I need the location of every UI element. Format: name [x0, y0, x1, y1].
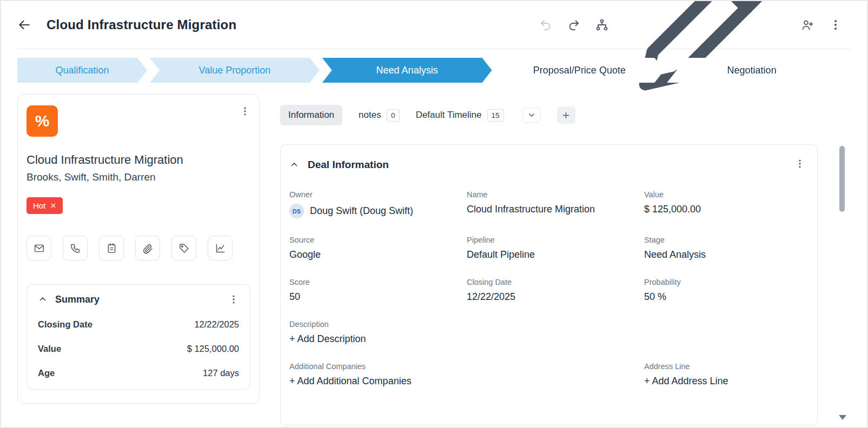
more-tabs-button[interactable]: [522, 108, 541, 123]
field-value[interactable]: 50 %: [644, 291, 809, 303]
summary-value: 127 days: [203, 368, 239, 378]
field-probability: Probability 50 %: [644, 278, 809, 303]
summary-title: Summary: [55, 294, 221, 305]
field-label: Closing Date: [467, 278, 631, 286]
chart-icon: [215, 243, 226, 254]
deal-contacts[interactable]: Brooks, Swift, Smith, Darren: [26, 171, 250, 183]
remove-tag-icon[interactable]: [50, 203, 56, 209]
summary-row: Closing Date 12/22/2025: [38, 319, 239, 330]
collapse-deal-information-icon[interactable]: [289, 160, 299, 170]
field-label: Pipeline: [467, 236, 631, 244]
field-label: Address Line: [644, 362, 809, 371]
stage-value-proportion[interactable]: Value Proportion: [150, 58, 320, 83]
field-label: Name: [467, 190, 631, 199]
chevron-down-icon: [527, 111, 536, 119]
field-owner: Owner DS Doug Swift (Doug Swift): [289, 190, 454, 218]
field-value[interactable]: Default Pipeline: [467, 249, 631, 260]
undo-icon[interactable]: [539, 18, 552, 31]
deal-name: Cloud Infrastructure Migration: [26, 153, 250, 167]
owner-avatar: DS: [289, 204, 304, 218]
deal-card-more-icon[interactable]: [240, 105, 250, 117]
field-value[interactable]: $ 125,000.00: [644, 204, 809, 215]
field-label: Score: [289, 278, 454, 286]
field-label: Owner: [289, 190, 454, 199]
hot-tag[interactable]: Hot: [26, 197, 63, 214]
add-address-line-link[interactable]: + Add Address Line: [644, 376, 809, 387]
notes-icon: [106, 243, 117, 254]
add-tab-button[interactable]: [557, 106, 575, 124]
field-pipeline: Pipeline Default Pipeline: [467, 236, 631, 260]
scroll-down-arrow-icon[interactable]: [839, 415, 846, 420]
back-icon[interactable]: [17, 18, 31, 32]
stage-qualification[interactable]: Qualification: [17, 58, 147, 83]
attachment-button[interactable]: [135, 236, 160, 260]
tag-button[interactable]: [171, 236, 196, 260]
tabs-row: Information notes 0 Default Timeline 15: [271, 94, 834, 125]
field-value[interactable]: 12/22/2025: [467, 291, 631, 303]
edit-icon[interactable]: [624, 0, 786, 106]
field-additional-companies: Additional Companies + Add Additional Co…: [289, 362, 454, 387]
notes-count-badge: 0: [387, 109, 400, 122]
stage-label: Qualification: [55, 65, 109, 76]
stage-negotiation[interactable]: Negotiation: [667, 58, 837, 83]
summary-label: Closing Date: [38, 319, 92, 330]
tab-timeline-label: Default Timeline: [416, 110, 482, 121]
stage-label: Negotiation: [727, 65, 777, 76]
redo-icon[interactable]: [567, 18, 580, 31]
hierarchy-icon[interactable]: [595, 18, 608, 31]
summary-section: Summary Closing Date 12/22/2025 Value $ …: [26, 284, 250, 390]
deal-summary-card: % Cloud Infrastructure Migration Brooks,…: [17, 94, 260, 404]
deal-type-icon: %: [26, 105, 58, 137]
notes-button[interactable]: [99, 236, 124, 260]
summary-value: 12/22/2025: [194, 319, 239, 330]
collapse-summary-icon[interactable]: [38, 295, 48, 304]
summary-row: Value $ 125,000.00: [38, 344, 239, 354]
field-value-amount: Value $ 125,000.00: [644, 190, 809, 218]
detail-panel: Information notes 0 Default Timeline 15: [271, 94, 834, 428]
more-options-icon[interactable]: [829, 18, 842, 31]
field-value[interactable]: Need Analysis: [644, 249, 809, 260]
email-icon: [34, 243, 45, 254]
field-value[interactable]: Doug Swift (Doug Swift): [310, 205, 413, 217]
summary-more-icon[interactable]: [228, 293, 239, 305]
field-score: Score 50: [289, 278, 454, 303]
deal-actions: [26, 236, 250, 260]
summary-value: $ 125,000.00: [187, 344, 239, 354]
field-address-line: Address Line + Add Address Line: [644, 362, 809, 387]
add-description-link[interactable]: + Add Description: [289, 333, 454, 345]
field-value[interactable]: 50: [289, 291, 454, 303]
field-name: Name Cloud Infrastructure Migration: [467, 190, 631, 218]
field-label: Value: [644, 190, 809, 199]
pipeline-stages: Qualification Value Proportion Need Anal…: [17, 58, 837, 83]
deal-information-section: Deal Information Owner DS Doug Swift (Do…: [280, 144, 818, 425]
summary-row: Age 127 days: [38, 368, 239, 378]
tab-information[interactable]: Information: [280, 105, 342, 125]
stage-proposal-price-quote[interactable]: Proposal/Price Quote: [495, 58, 665, 83]
scrollbar-thumb[interactable]: [839, 146, 845, 212]
call-button[interactable]: [63, 236, 88, 260]
timeline-count-badge: 15: [487, 109, 504, 122]
deal-information-title: Deal Information: [308, 159, 809, 171]
field-value[interactable]: Google: [289, 249, 454, 260]
chart-button[interactable]: [208, 236, 233, 260]
field-value[interactable]: Cloud Infrastructure Migration: [467, 204, 631, 215]
field-closing-date: Closing Date 12/22/2025: [467, 278, 631, 303]
summary-label: Value: [38, 344, 61, 354]
field-description: Description + Add Description: [289, 320, 454, 345]
tab-notes-label: notes: [359, 110, 381, 121]
tab-notes[interactable]: notes 0: [359, 109, 400, 122]
stage-label: Value Proportion: [199, 65, 271, 76]
header: Cloud Infrastructure Migration: [17, 1, 851, 49]
deal-fields-grid: Owner DS Doug Swift (Doug Swift) Name Cl…: [289, 190, 809, 387]
email-button[interactable]: [26, 236, 51, 260]
plus-icon: [561, 111, 571, 120]
tab-default-timeline[interactable]: Default Timeline 15: [416, 109, 504, 122]
tag-icon: [178, 243, 190, 254]
stage-label: Proposal/Price Quote: [533, 65, 626, 76]
stage-need-analysis[interactable]: Need Analysis: [322, 58, 492, 83]
field-source: Source Google: [289, 236, 454, 260]
add-additional-companies-link[interactable]: + Add Additional Companies: [289, 376, 454, 387]
field-label: Description: [289, 320, 454, 329]
add-user-icon[interactable]: [801, 18, 814, 31]
deal-information-more-icon[interactable]: [794, 158, 805, 170]
